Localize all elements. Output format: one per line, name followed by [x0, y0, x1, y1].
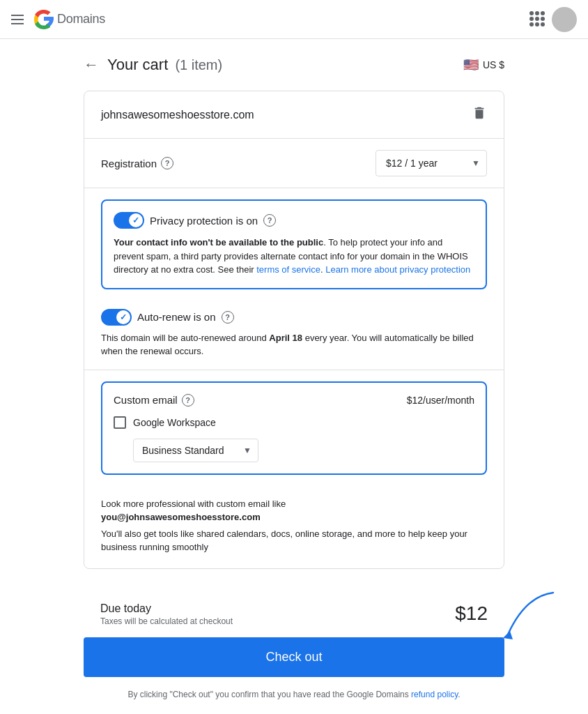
business-plan-select[interactable]: Business Standard Business Starter Busin… [133, 439, 258, 462]
arrow-annotation [497, 589, 560, 645]
autorenew-header: ✓ Auto-renew is on ? [101, 309, 487, 326]
workspace-row: Google Workspace [114, 416, 474, 429]
autorenew-check-icon: ✓ [120, 312, 127, 322]
disclaimer-suffix: . [458, 690, 460, 699]
back-button[interactable]: ← [84, 56, 99, 74]
autorenew-help-icon[interactable]: ? [222, 311, 234, 324]
autorenew-section: ✓ Auto-renew is on ? This domain will be… [84, 298, 504, 370]
cart-card: johnsawesomeshoesstore.com Registration … [84, 91, 504, 569]
terms-of-service-link[interactable]: terms of service [256, 264, 320, 275]
google-g-icon [33, 9, 54, 30]
registration-row: Registration ? $12 / 1 year $24 / 2 year… [84, 139, 504, 188]
disclaimer: By clicking "Check out" you confirm that… [84, 683, 504, 712]
registration-period-select[interactable]: $12 / 1 year $24 / 2 years [376, 150, 487, 176]
due-section: Due today Taxes will be calculated at ch… [84, 586, 504, 632]
bottom-section: Due today Taxes will be calculated at ch… [0, 586, 588, 712]
due-sublabel: Taxes will be calculated at checkout [100, 616, 233, 626]
promo-sub: You'll also get tools like shared calend… [101, 527, 487, 554]
hamburger-menu-icon[interactable] [11, 11, 28, 28]
registration-period-wrapper: $12 / 1 year $24 / 2 years ▼ [376, 150, 487, 176]
due-left: Due today Taxes will be calculated at ch… [100, 602, 233, 626]
custom-email-title: Custom email ? [114, 394, 194, 407]
autorenew-toggle[interactable]: ✓ [101, 309, 132, 326]
promo-section: Look more professional with custom email… [84, 486, 504, 568]
autorenew-body: This domain will be auto-renewed around … [101, 331, 487, 358]
privacy-help-icon[interactable]: ? [263, 214, 276, 227]
currency-label: US $ [483, 59, 504, 70]
business-plan-wrapper: Business Standard Business Starter Busin… [133, 439, 258, 462]
header-right [529, 7, 577, 32]
autorenew-label: Auto-renew is on [137, 311, 216, 323]
due-amount: $12 [455, 602, 488, 625]
page-title-left: ← Your cart (1 item) [84, 56, 222, 74]
disclaimer-prefix: By clicking "Check out" you confirm that… [127, 690, 411, 699]
toggle-check-icon: ✓ [132, 215, 139, 225]
privacy-label: Privacy protection is on [150, 215, 258, 227]
refund-policy-link[interactable]: refund policy [411, 690, 458, 699]
delete-domain-icon[interactable] [472, 105, 487, 124]
custom-email-box: Custom email ? $12/user/month Google Wor… [101, 381, 487, 475]
checkout-button[interactable]: Check out [84, 637, 504, 677]
privacy-learn-more-link[interactable]: Learn more about privacy protection [325, 264, 470, 275]
page-title: Your cart (1 item) [107, 56, 222, 74]
privacy-protection-box: ✓ Privacy protection is on ? Your contac… [101, 199, 487, 289]
page-title-bar: ← Your cart (1 item) 🇺🇸 US $ [84, 56, 504, 74]
registration-label: Registration ? [101, 157, 173, 169]
registration-text: Registration [101, 158, 157, 169]
promo-email: you@johnsawesomeshoesstore.com [101, 512, 261, 522]
workspace-checkbox[interactable] [114, 416, 126, 429]
custom-email-help-icon[interactable]: ? [182, 394, 194, 407]
flag-icon: 🇺🇸 [463, 57, 479, 73]
logo-text: Domains [57, 12, 105, 26]
workspace-label: Google Workspace [133, 417, 216, 428]
currency-badge: 🇺🇸 US $ [463, 57, 504, 73]
domain-name: johnsawesomeshoesstore.com [101, 109, 254, 121]
grid-apps-icon[interactable] [529, 11, 546, 28]
page-content: ← Your cart (1 item) 🇺🇸 US $ johnsawesom… [0, 39, 588, 586]
privacy-body: Your contact info won't be available to … [114, 236, 474, 277]
promo-text: Look more professional with custom email… [101, 497, 487, 524]
custom-email-header: Custom email ? $12/user/month [114, 394, 474, 407]
header: Domains [0, 0, 588, 39]
svg-marker-0 [503, 631, 513, 639]
domain-row: johnsawesomeshoesstore.com [84, 91, 504, 139]
due-label: Due today [100, 602, 233, 615]
custom-email-price: $12/user/month [407, 395, 474, 406]
custom-email-label: Custom email [114, 394, 178, 406]
privacy-toggle[interactable]: ✓ [114, 212, 144, 229]
google-logo: Domains [33, 9, 105, 30]
user-avatar[interactable] [552, 7, 577, 32]
header-left: Domains [11, 9, 105, 30]
registration-help-icon[interactable]: ? [161, 157, 173, 169]
privacy-header: ✓ Privacy protection is on ? [114, 212, 474, 229]
